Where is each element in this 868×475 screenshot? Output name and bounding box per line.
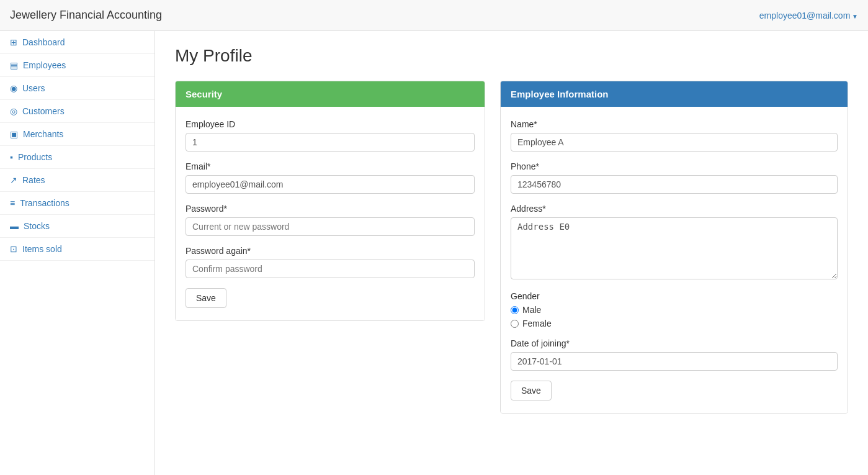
sidebar-item-label: Customers	[22, 106, 65, 116]
customers-icon: ◎	[10, 106, 17, 116]
employee-id-group: Employee ID	[186, 119, 475, 152]
address-label: Address*	[511, 204, 838, 214]
phone-input[interactable]	[511, 175, 838, 194]
sidebar-item-items-sold[interactable]: ⊡Items sold	[0, 238, 154, 261]
sidebar-item-label: Rates	[22, 175, 45, 185]
gender-male-text: Male	[522, 305, 541, 315]
main-content: My Profile Security Employee ID Email* P…	[155, 31, 868, 475]
transactions-icon: ≡	[10, 198, 15, 208]
sidebar-item-label: Stocks	[24, 221, 50, 231]
email-input[interactable]	[186, 175, 475, 194]
security-card-header: Security	[176, 81, 485, 107]
sidebar-item-label: Products	[18, 152, 52, 162]
email-label: Email*	[186, 161, 475, 171]
name-label: Name*	[511, 119, 838, 129]
address-group: Address* Address E0	[511, 204, 838, 281]
stocks-icon: ▬	[10, 221, 19, 231]
employee-id-input	[186, 133, 475, 152]
sidebar-item-label: Items sold	[22, 244, 62, 254]
name-input[interactable]	[511, 133, 838, 152]
products-icon: ▪	[10, 152, 13, 162]
email-group: Email*	[186, 161, 475, 194]
doj-label: Date of joining*	[511, 338, 838, 348]
password-again-label: Password again*	[186, 246, 475, 256]
cards-row: Security Employee ID Email* Password*	[175, 81, 848, 414]
gender-female-label[interactable]: Female	[511, 319, 838, 328]
name-group: Name*	[511, 119, 838, 152]
password-label: Password*	[186, 204, 475, 214]
password-group: Password*	[186, 204, 475, 236]
gender-female-radio[interactable]	[511, 320, 519, 328]
password-input[interactable]	[186, 217, 475, 236]
employee-info-card-body: Name* Phone* Address* Address E0 Gender	[501, 107, 848, 413]
security-card-body: Employee ID Email* Password* Password ag…	[176, 107, 485, 320]
phone-group: Phone*	[511, 161, 838, 194]
sidebar-item-rates[interactable]: ↗Rates	[0, 169, 154, 192]
employee-save-button[interactable]: Save	[511, 381, 552, 400]
sidebar-item-label: Merchants	[23, 129, 63, 139]
sidebar-item-label: Users	[22, 83, 45, 93]
security-card: Security Employee ID Email* Password*	[175, 81, 485, 321]
dashboard-icon: ⊞	[10, 37, 17, 47]
employee-info-card-header: Employee Information	[501, 81, 848, 107]
employees-icon: ▤	[10, 60, 18, 70]
sidebar-item-transactions[interactable]: ≡Transactions	[0, 192, 154, 215]
sidebar-item-users[interactable]: ◉Users	[0, 77, 154, 100]
gender-group: Gender Male Female	[511, 291, 838, 328]
users-icon: ◉	[10, 83, 17, 93]
gender-label: Gender	[511, 291, 838, 301]
password-again-input[interactable]	[186, 260, 475, 278]
rates-icon: ↗	[10, 175, 17, 185]
items-sold-icon: ⊡	[10, 244, 17, 254]
gender-male-radio[interactable]	[511, 306, 519, 314]
doj-input[interactable]	[511, 352, 838, 371]
phone-label: Phone*	[511, 161, 838, 171]
user-menu[interactable]: employee01@mail.com	[759, 11, 858, 20]
employee-info-card: Employee Information Name* Phone* Addres…	[500, 81, 848, 414]
navbar: Jewellery Financial Accounting employee0…	[0, 0, 868, 31]
sidebar-item-label: Transactions	[20, 198, 69, 208]
app-title: Jewellery Financial Accounting	[10, 9, 162, 22]
address-input[interactable]: Address E0	[511, 217, 838, 279]
layout: ⊞Dashboard▤Employees◉Users◎Customers▣Mer…	[0, 31, 868, 475]
sidebar-item-products[interactable]: ▪Products	[0, 146, 154, 169]
sidebar-item-employees[interactable]: ▤Employees	[0, 54, 154, 77]
merchants-icon: ▣	[10, 129, 18, 139]
gender-radio-group: Male Female	[511, 305, 838, 328]
employee-id-label: Employee ID	[186, 119, 475, 129]
gender-male-label[interactable]: Male	[511, 305, 838, 315]
sidebar-item-customers[interactable]: ◎Customers	[0, 100, 154, 123]
doj-group: Date of joining*	[511, 338, 838, 371]
security-save-button[interactable]: Save	[186, 288, 226, 308]
sidebar-item-stocks[interactable]: ▬Stocks	[0, 215, 154, 238]
sidebar-item-label: Employees	[23, 60, 66, 70]
sidebar-item-merchants[interactable]: ▣Merchants	[0, 123, 154, 146]
sidebar: ⊞Dashboard▤Employees◉Users◎Customers▣Mer…	[0, 31, 155, 475]
gender-female-text: Female	[522, 319, 552, 328]
password-again-group: Password again*	[186, 246, 475, 278]
sidebar-item-dashboard[interactable]: ⊞Dashboard	[0, 31, 154, 54]
sidebar-item-label: Dashboard	[22, 37, 65, 47]
page-title: My Profile	[175, 46, 848, 66]
